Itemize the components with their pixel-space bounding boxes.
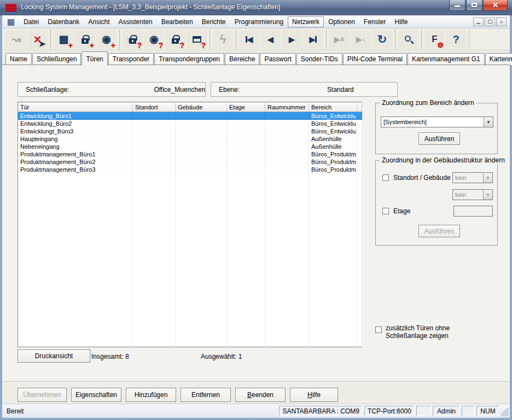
- first-record-button[interactable]: ◀: [239, 30, 259, 49]
- show-doors-without-system-option: zusätzlich Türen ohne Schließanlage zeig…: [375, 324, 450, 340]
- read-lock-button[interactable]: ?: [123, 30, 143, 49]
- table-row[interactable]: Produktmanagement_Büro3Büros_Produktm...: [18, 166, 362, 173]
- print-preview-button[interactable]: Druckansicht: [18, 349, 90, 363]
- refresh-button[interactable]: ↻: [372, 30, 392, 49]
- etage-checkbox[interactable]: [382, 208, 389, 214]
- read-transponder-button[interactable]: ◉?: [144, 30, 164, 49]
- hinzufuegen-button[interactable]: Hinzufügen: [126, 388, 176, 402]
- dialog-button-bar: Übernehmen Eigenschaften Hinzufügen Entf…: [2, 381, 510, 404]
- last-record-button[interactable]: ▶: [303, 30, 323, 49]
- search-button[interactable]: [398, 30, 418, 49]
- plus-badge: +: [68, 42, 73, 49]
- column-header-standort[interactable]: Standort: [133, 102, 176, 112]
- beenden-button[interactable]: Beenden: [235, 388, 286, 402]
- menu-hilfe[interactable]: Hilfe: [391, 16, 412, 27]
- menu-fenster[interactable]: Fenster: [359, 16, 391, 27]
- mdi-close-button[interactable]: ×: [496, 18, 507, 26]
- eigenschaften-button[interactable]: Eigenschaften: [71, 388, 121, 402]
- help-button[interactable]: ?: [446, 30, 466, 49]
- area-dropdown-value: [Systembereich]: [381, 119, 484, 125]
- menu-assistenten[interactable]: Assistenten: [114, 16, 157, 27]
- table-row[interactable]: Entwicklungt_Büro3Büros_Entwicklu...: [18, 127, 362, 135]
- tab-kartenmanagement-g2[interactable]: Kartenmanagement G2: [485, 53, 512, 65]
- tab-name[interactable]: Name: [5, 53, 32, 65]
- ebene-value: Standard: [327, 86, 354, 94]
- table-row[interactable]: Produktmanagement_Büro2Büros_Produktm...: [18, 158, 362, 166]
- skip-cancel-button[interactable]: ▶×: [329, 30, 350, 49]
- minimize-button[interactable]: [449, 0, 466, 11]
- next-record-button[interactable]: ▶: [282, 30, 302, 49]
- mdi-restore-button[interactable]: [485, 18, 495, 26]
- new-locking-system-button[interactable]: ▦+: [54, 30, 74, 49]
- menu-berichte[interactable]: Berichte: [197, 16, 230, 27]
- show-doors-without-system-checkbox[interactable]: [375, 326, 382, 333]
- filter-settings-button[interactable]: F⚙: [424, 30, 445, 49]
- doors-table[interactable]: Tür Standort Gebäude Etage Raumnummer Be…: [18, 102, 362, 347]
- skip-down-button[interactable]: ▶↓: [351, 30, 371, 49]
- total-count-label: Insgesamt: 8: [91, 353, 129, 360]
- menu-datei[interactable]: Datei: [19, 16, 43, 27]
- menu-bearbeiten[interactable]: Bearbeiten: [157, 16, 197, 27]
- read-lock-net-button[interactable]: ?: [165, 30, 185, 49]
- table-row[interactable]: NebeneingangAußenhülle: [18, 143, 362, 150]
- tab-schliessungen[interactable]: Schließungen: [32, 53, 81, 65]
- table-row[interactable]: Entwicklung_Büro1Büros_Entwicklu...: [18, 112, 362, 120]
- tab-tueren[interactable]: Türen: [82, 51, 107, 66]
- disconnect-button[interactable]: ×➤: [27, 30, 48, 49]
- window-title: Locking System Management - [LSM_3.3_Bei…: [21, 3, 280, 11]
- mdi-close-icon: ×: [499, 19, 503, 25]
- menu-bar: ▦ Datei Datenbank Ansicht Assistenten Be…: [2, 15, 510, 28]
- maximize-button[interactable]: [466, 0, 482, 11]
- tab-passwort[interactable]: Passwort: [260, 53, 295, 65]
- skip-icon: ▶: [334, 36, 340, 43]
- tab-kartenmanagement-g1[interactable]: Kartenmanagement G1: [408, 53, 485, 65]
- prev-record-button[interactable]: ◀: [260, 30, 281, 49]
- resize-grip[interactable]: [501, 406, 509, 416]
- mdi-minimize-button[interactable]: [473, 18, 484, 26]
- mdi-minimize-icon: [476, 23, 480, 24]
- app-window: Locking System Management - [LSM_3.3_Bei…: [0, 0, 512, 420]
- etage-input[interactable]: [453, 206, 493, 217]
- uebernehmen-button[interactable]: Übernehmen: [18, 388, 67, 402]
- tab-transpondergruppen[interactable]: Transpondergruppen: [154, 53, 224, 65]
- column-header-raumnummer[interactable]: Raumnummer: [265, 102, 309, 112]
- menu-optionen[interactable]: Optionen: [324, 16, 359, 27]
- column-header-gebaeude[interactable]: Gebäude: [176, 102, 227, 112]
- tab-pin-code-terminal[interactable]: PIN-Code Terminal: [343, 53, 407, 65]
- hilfe-button[interactable]: Hilfe: [290, 388, 338, 402]
- tab-bereiche[interactable]: Bereiche: [225, 53, 259, 65]
- tab-sonder-tids[interactable]: Sonder-TIDs: [296, 53, 342, 65]
- area-dropdown[interactable]: [Systembereich] ▼: [381, 116, 493, 127]
- menu-datenbank[interactable]: Datenbank: [43, 16, 84, 27]
- building-run-button[interactable]: Ausführen: [418, 225, 460, 237]
- close-icon: ✕: [492, 1, 499, 9]
- table-row[interactable]: HaupteingangAußenhülle: [18, 135, 362, 143]
- table-row[interactable]: Entwicklung_Büro2Büros_Entwicklu...: [18, 120, 362, 127]
- new-transponder-button[interactable]: ◉+: [96, 30, 117, 49]
- standort-gebaeude-checkbox[interactable]: [382, 174, 389, 181]
- first-record-icon: ◀: [247, 36, 253, 43]
- connect-button[interactable]: ↝: [6, 30, 26, 49]
- table-row[interactable]: Produktmanagement_Büro1Büros_Produktm...: [18, 150, 362, 158]
- menu-ansicht[interactable]: Ansicht: [84, 16, 114, 27]
- ebene-label: Ebene:: [219, 86, 240, 94]
- menu-programmierung[interactable]: Programmierung: [230, 16, 288, 27]
- table-header-row: Tür Standort Gebäude Etage Raumnummer Be…: [18, 102, 362, 112]
- column-header-etage[interactable]: Etage: [227, 102, 265, 112]
- gebaeude-dropdown[interactable]: kein ▼: [452, 189, 493, 200]
- status-com-port: SANTABARBARA : COM9: [279, 406, 362, 416]
- close-button[interactable]: ✕: [483, 0, 508, 11]
- column-header-tuer[interactable]: Tür: [18, 102, 133, 112]
- title-bar: Locking System Management - [LSM_3.3_Bei…: [0, 0, 512, 15]
- entfernen-button[interactable]: Entfernen: [181, 388, 231, 402]
- building-structure-group: Zuordnung in der Gebäudestruktur ändern …: [375, 160, 498, 246]
- standort-dropdown[interactable]: kein ▼: [452, 172, 493, 183]
- tab-transponder[interactable]: Transponder: [108, 53, 154, 65]
- disconnect-arrow-icon: ➤: [39, 40, 45, 48]
- read-network-device-button[interactable]: ?: [187, 30, 207, 49]
- new-lock-button[interactable]: +: [75, 30, 95, 49]
- flash-button[interactable]: ϟ: [213, 30, 233, 49]
- column-header-bereich[interactable]: Bereich: [309, 102, 357, 112]
- area-run-button[interactable]: Ausführen: [418, 132, 460, 145]
- menu-netzwerk[interactable]: Netzwerk: [288, 16, 324, 27]
